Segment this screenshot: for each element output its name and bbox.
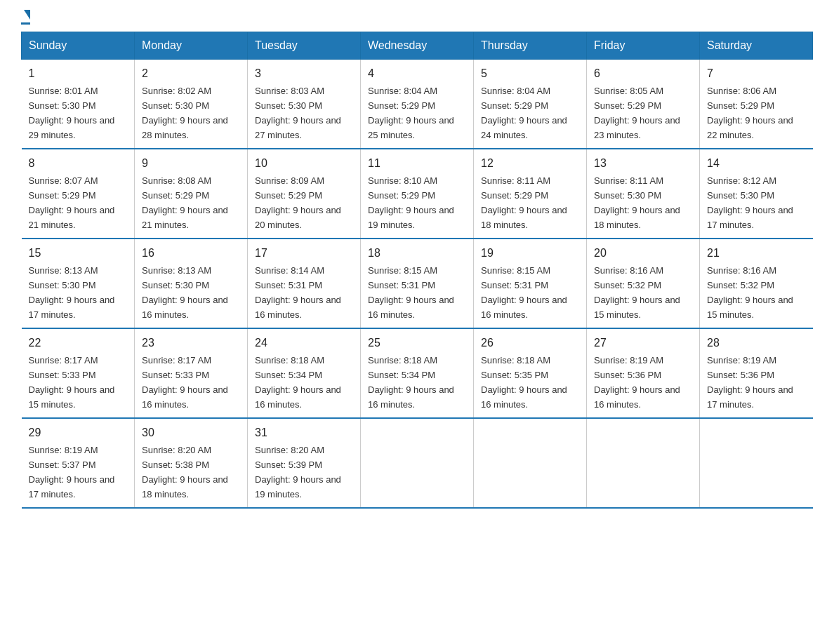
calendar-cell: 2Sunrise: 8:02 AM Sunset: 5:30 PM Daylig…	[135, 60, 248, 149]
day-number: 14	[707, 155, 806, 172]
day-number: 23	[142, 335, 240, 351]
day-number: 25	[368, 335, 466, 351]
day-info: Sunrise: 8:07 AM Sunset: 5:29 PM Dayligh…	[29, 175, 115, 230]
logo-triangle-icon	[24, 10, 30, 20]
day-info: Sunrise: 8:20 AM Sunset: 5:38 PM Dayligh…	[142, 445, 228, 499]
day-number: 15	[29, 245, 128, 262]
calendar-cell: 5Sunrise: 8:04 AM Sunset: 5:29 PM Daylig…	[474, 60, 587, 149]
logo-underline	[21, 22, 30, 25]
calendar-cell: 3Sunrise: 8:03 AM Sunset: 5:30 PM Daylig…	[248, 60, 361, 149]
day-info: Sunrise: 8:01 AM Sunset: 5:30 PM Dayligh…	[29, 86, 115, 140]
calendar-cell	[361, 418, 474, 508]
calendar-cell: 23Sunrise: 8:17 AM Sunset: 5:33 PM Dayli…	[135, 328, 248, 418]
day-info: Sunrise: 8:16 AM Sunset: 5:32 PM Dayligh…	[707, 265, 793, 320]
day-info: Sunrise: 8:18 AM Sunset: 5:34 PM Dayligh…	[255, 355, 341, 410]
day-number: 17	[255, 245, 353, 262]
day-info: Sunrise: 8:04 AM Sunset: 5:29 PM Dayligh…	[481, 86, 567, 140]
day-number: 9	[142, 155, 240, 172]
day-info: Sunrise: 8:16 AM Sunset: 5:32 PM Dayligh…	[594, 265, 680, 320]
calendar-cell: 12Sunrise: 8:11 AM Sunset: 5:29 PM Dayli…	[474, 149, 587, 239]
day-number: 19	[481, 245, 579, 262]
day-number: 30	[142, 424, 240, 441]
calendar-cell: 24Sunrise: 8:18 AM Sunset: 5:34 PM Dayli…	[248, 328, 361, 418]
day-number: 8	[29, 155, 128, 172]
calendar-cell: 20Sunrise: 8:16 AM Sunset: 5:32 PM Dayli…	[587, 239, 700, 328]
calendar-cell: 26Sunrise: 8:18 AM Sunset: 5:35 PM Dayli…	[474, 328, 587, 418]
day-info: Sunrise: 8:02 AM Sunset: 5:30 PM Dayligh…	[142, 86, 228, 140]
calendar-cell: 25Sunrise: 8:18 AM Sunset: 5:34 PM Dayli…	[361, 328, 474, 418]
day-number: 21	[707, 245, 806, 262]
calendar-cell: 15Sunrise: 8:13 AM Sunset: 5:30 PM Dayli…	[22, 239, 135, 328]
day-info: Sunrise: 8:20 AM Sunset: 5:39 PM Dayligh…	[255, 445, 341, 499]
day-number: 22	[29, 335, 128, 351]
calendar-week-row: 1Sunrise: 8:01 AM Sunset: 5:30 PM Daylig…	[22, 60, 813, 149]
day-number: 11	[368, 155, 466, 172]
day-number: 18	[368, 245, 466, 262]
day-number: 10	[255, 155, 353, 172]
calendar-cell: 16Sunrise: 8:13 AM Sunset: 5:30 PM Dayli…	[135, 239, 248, 328]
calendar-cell	[587, 418, 700, 508]
day-info: Sunrise: 8:19 AM Sunset: 5:36 PM Dayligh…	[707, 355, 793, 410]
calendar-cell: 27Sunrise: 8:19 AM Sunset: 5:36 PM Dayli…	[587, 328, 700, 418]
day-info: Sunrise: 8:15 AM Sunset: 5:31 PM Dayligh…	[368, 265, 454, 320]
header-tuesday: Tuesday	[248, 32, 361, 60]
header-sunday: Sunday	[22, 32, 135, 60]
calendar-cell: 9Sunrise: 8:08 AM Sunset: 5:29 PM Daylig…	[135, 149, 248, 239]
day-info: Sunrise: 8:19 AM Sunset: 5:37 PM Dayligh…	[29, 445, 115, 499]
calendar-week-row: 8Sunrise: 8:07 AM Sunset: 5:29 PM Daylig…	[22, 149, 813, 239]
header-thursday: Thursday	[474, 32, 587, 60]
day-info: Sunrise: 8:18 AM Sunset: 5:34 PM Dayligh…	[368, 355, 454, 410]
day-info: Sunrise: 8:13 AM Sunset: 5:30 PM Dayligh…	[29, 265, 115, 320]
day-info: Sunrise: 8:19 AM Sunset: 5:36 PM Dayligh…	[594, 355, 680, 410]
calendar-week-row: 15Sunrise: 8:13 AM Sunset: 5:30 PM Dayli…	[22, 239, 813, 328]
calendar-cell: 1Sunrise: 8:01 AM Sunset: 5:30 PM Daylig…	[22, 60, 135, 149]
day-info: Sunrise: 8:14 AM Sunset: 5:31 PM Dayligh…	[255, 265, 341, 320]
day-info: Sunrise: 8:05 AM Sunset: 5:29 PM Dayligh…	[594, 86, 680, 140]
calendar-cell: 8Sunrise: 8:07 AM Sunset: 5:29 PM Daylig…	[22, 149, 135, 239]
day-info: Sunrise: 8:12 AM Sunset: 5:30 PM Dayligh…	[707, 175, 793, 230]
day-info: Sunrise: 8:15 AM Sunset: 5:31 PM Dayligh…	[481, 265, 567, 320]
day-number: 13	[594, 155, 692, 172]
day-info: Sunrise: 8:03 AM Sunset: 5:30 PM Dayligh…	[255, 86, 341, 140]
day-number: 29	[29, 424, 128, 441]
calendar-cell: 10Sunrise: 8:09 AM Sunset: 5:29 PM Dayli…	[248, 149, 361, 239]
day-number: 3	[255, 65, 353, 82]
calendar-cell: 22Sunrise: 8:17 AM Sunset: 5:33 PM Dayli…	[22, 328, 135, 418]
header-wednesday: Wednesday	[361, 32, 474, 60]
day-number: 5	[481, 65, 579, 82]
calendar-cell: 21Sunrise: 8:16 AM Sunset: 5:32 PM Dayli…	[700, 239, 813, 328]
day-info: Sunrise: 8:11 AM Sunset: 5:30 PM Dayligh…	[594, 175, 680, 230]
day-info: Sunrise: 8:13 AM Sunset: 5:30 PM Dayligh…	[142, 265, 228, 320]
calendar-week-row: 22Sunrise: 8:17 AM Sunset: 5:33 PM Dayli…	[22, 328, 813, 418]
page-header	[21, 14, 813, 25]
day-info: Sunrise: 8:06 AM Sunset: 5:29 PM Dayligh…	[707, 86, 793, 140]
day-number: 27	[594, 335, 692, 351]
calendar-cell: 19Sunrise: 8:15 AM Sunset: 5:31 PM Dayli…	[474, 239, 587, 328]
calendar-cell: 13Sunrise: 8:11 AM Sunset: 5:30 PM Dayli…	[587, 149, 700, 239]
calendar-week-row: 29Sunrise: 8:19 AM Sunset: 5:37 PM Dayli…	[22, 418, 813, 508]
header-friday: Friday	[587, 32, 700, 60]
day-number: 1	[29, 65, 128, 82]
day-info: Sunrise: 8:09 AM Sunset: 5:29 PM Dayligh…	[255, 175, 341, 230]
day-info: Sunrise: 8:17 AM Sunset: 5:33 PM Dayligh…	[29, 355, 115, 410]
calendar-header-row: SundayMondayTuesdayWednesdayThursdayFrid…	[22, 32, 813, 60]
calendar-cell: 4Sunrise: 8:04 AM Sunset: 5:29 PM Daylig…	[361, 60, 474, 149]
day-info: Sunrise: 8:10 AM Sunset: 5:29 PM Dayligh…	[368, 175, 454, 230]
calendar-cell: 29Sunrise: 8:19 AM Sunset: 5:37 PM Dayli…	[22, 418, 135, 508]
calendar-cell	[474, 418, 587, 508]
day-info: Sunrise: 8:08 AM Sunset: 5:29 PM Dayligh…	[142, 175, 228, 230]
logo	[21, 14, 30, 25]
calendar-cell: 30Sunrise: 8:20 AM Sunset: 5:38 PM Dayli…	[135, 418, 248, 508]
calendar-table: SundayMondayTuesdayWednesdayThursdayFrid…	[21, 32, 813, 509]
header-monday: Monday	[135, 32, 248, 60]
day-info: Sunrise: 8:11 AM Sunset: 5:29 PM Dayligh…	[481, 175, 567, 230]
day-number: 16	[142, 245, 240, 262]
calendar-cell: 31Sunrise: 8:20 AM Sunset: 5:39 PM Dayli…	[248, 418, 361, 508]
day-number: 20	[594, 245, 692, 262]
day-number: 24	[255, 335, 353, 351]
calendar-cell: 17Sunrise: 8:14 AM Sunset: 5:31 PM Dayli…	[248, 239, 361, 328]
calendar-cell: 14Sunrise: 8:12 AM Sunset: 5:30 PM Dayli…	[700, 149, 813, 239]
calendar-cell	[700, 418, 813, 508]
day-number: 26	[481, 335, 579, 351]
day-number: 28	[707, 335, 806, 351]
